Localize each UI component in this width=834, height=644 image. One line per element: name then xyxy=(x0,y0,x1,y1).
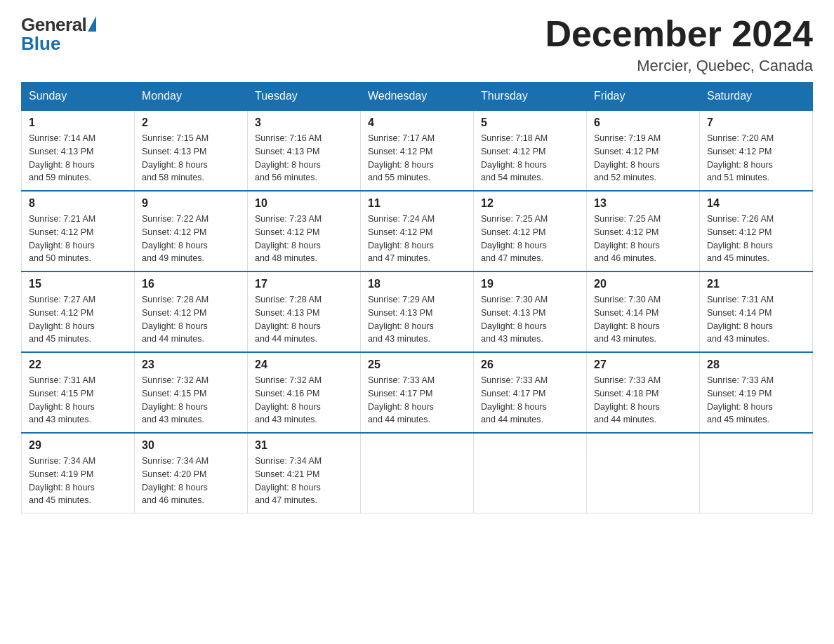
table-row: 19 Sunrise: 7:30 AM Sunset: 4:13 PM Dayl… xyxy=(474,271,587,352)
calendar-week-2: 8 Sunrise: 7:21 AM Sunset: 4:12 PM Dayli… xyxy=(22,191,813,271)
table-row: 1 Sunrise: 7:14 AM Sunset: 4:13 PM Dayli… xyxy=(22,110,135,191)
day-number: 19 xyxy=(481,278,579,290)
day-info: Sunrise: 7:25 AM Sunset: 4:12 PM Dayligh… xyxy=(481,213,579,265)
table-row: 23 Sunrise: 7:32 AM Sunset: 4:15 PM Dayl… xyxy=(135,352,248,433)
day-number: 1 xyxy=(29,116,127,129)
day-number: 2 xyxy=(142,116,240,129)
month-title: December 2024 xyxy=(545,14,813,54)
table-row: 28 Sunrise: 7:33 AM Sunset: 4:19 PM Dayl… xyxy=(700,352,813,433)
day-info: Sunrise: 7:30 AM Sunset: 4:14 PM Dayligh… xyxy=(594,293,692,346)
header-monday: Monday xyxy=(135,83,248,111)
day-info: Sunrise: 7:14 AM Sunset: 4:13 PM Dayligh… xyxy=(29,132,127,185)
table-row: 29 Sunrise: 7:34 AM Sunset: 4:19 PM Dayl… xyxy=(22,433,135,514)
header-wednesday: Wednesday xyxy=(361,83,474,111)
table-row: 2 Sunrise: 7:15 AM Sunset: 4:13 PM Dayli… xyxy=(135,110,248,191)
table-row: 30 Sunrise: 7:34 AM Sunset: 4:20 PM Dayl… xyxy=(135,433,248,514)
logo-triangle-icon xyxy=(88,16,96,32)
day-number: 17 xyxy=(255,278,353,290)
table-row: 18 Sunrise: 7:29 AM Sunset: 4:13 PM Dayl… xyxy=(361,271,474,352)
day-info: Sunrise: 7:25 AM Sunset: 4:12 PM Dayligh… xyxy=(594,213,692,265)
day-number: 4 xyxy=(368,116,466,129)
day-info: Sunrise: 7:30 AM Sunset: 4:13 PM Dayligh… xyxy=(481,293,579,346)
day-info: Sunrise: 7:19 AM Sunset: 4:12 PM Dayligh… xyxy=(594,132,692,185)
calendar-week-5: 29 Sunrise: 7:34 AM Sunset: 4:19 PM Dayl… xyxy=(22,433,813,514)
day-info: Sunrise: 7:34 AM Sunset: 4:21 PM Dayligh… xyxy=(255,455,353,507)
table-row: 17 Sunrise: 7:28 AM Sunset: 4:13 PM Dayl… xyxy=(248,271,361,352)
table-row xyxy=(361,433,474,514)
day-number: 18 xyxy=(368,278,466,290)
day-info: Sunrise: 7:22 AM Sunset: 4:12 PM Dayligh… xyxy=(142,213,240,265)
day-number: 31 xyxy=(255,439,353,452)
header-sunday: Sunday xyxy=(22,83,135,111)
day-info: Sunrise: 7:33 AM Sunset: 4:17 PM Dayligh… xyxy=(368,374,466,427)
day-info: Sunrise: 7:31 AM Sunset: 4:14 PM Dayligh… xyxy=(707,293,805,346)
location-title: Mercier, Quebec, Canada xyxy=(545,57,813,75)
day-info: Sunrise: 7:28 AM Sunset: 4:13 PM Dayligh… xyxy=(255,293,353,346)
table-row: 11 Sunrise: 7:24 AM Sunset: 4:12 PM Dayl… xyxy=(361,191,474,271)
title-section: December 2024 Mercier, Quebec, Canada xyxy=(545,14,813,75)
day-number: 29 xyxy=(29,439,127,452)
table-row: 24 Sunrise: 7:32 AM Sunset: 4:16 PM Dayl… xyxy=(248,352,361,433)
table-row: 5 Sunrise: 7:18 AM Sunset: 4:12 PM Dayli… xyxy=(474,110,587,191)
day-info: Sunrise: 7:33 AM Sunset: 4:17 PM Dayligh… xyxy=(481,374,579,427)
calendar-table: Sunday Monday Tuesday Wednesday Thursday… xyxy=(21,82,813,514)
day-number: 8 xyxy=(29,197,127,210)
day-number: 30 xyxy=(142,439,240,452)
header-thursday: Thursday xyxy=(474,83,587,111)
table-row: 6 Sunrise: 7:19 AM Sunset: 4:12 PM Dayli… xyxy=(587,110,700,191)
day-info: Sunrise: 7:33 AM Sunset: 4:19 PM Dayligh… xyxy=(707,374,805,427)
day-number: 20 xyxy=(594,278,692,290)
day-number: 7 xyxy=(707,116,805,129)
day-info: Sunrise: 7:24 AM Sunset: 4:12 PM Dayligh… xyxy=(368,213,466,265)
day-number: 14 xyxy=(707,197,805,210)
day-number: 16 xyxy=(142,278,240,290)
day-info: Sunrise: 7:31 AM Sunset: 4:15 PM Dayligh… xyxy=(29,374,127,427)
day-number: 9 xyxy=(142,197,240,210)
header-saturday: Saturday xyxy=(700,83,813,111)
table-row: 12 Sunrise: 7:25 AM Sunset: 4:12 PM Dayl… xyxy=(474,191,587,271)
day-info: Sunrise: 7:21 AM Sunset: 4:12 PM Dayligh… xyxy=(29,213,127,265)
day-number: 3 xyxy=(255,116,353,129)
day-info: Sunrise: 7:15 AM Sunset: 4:13 PM Dayligh… xyxy=(142,132,240,185)
table-row: 15 Sunrise: 7:27 AM Sunset: 4:12 PM Dayl… xyxy=(22,271,135,352)
calendar-week-1: 1 Sunrise: 7:14 AM Sunset: 4:13 PM Dayli… xyxy=(22,110,813,191)
table-row: 10 Sunrise: 7:23 AM Sunset: 4:12 PM Dayl… xyxy=(248,191,361,271)
table-row: 21 Sunrise: 7:31 AM Sunset: 4:14 PM Dayl… xyxy=(700,271,813,352)
table-row xyxy=(474,433,587,514)
day-number: 10 xyxy=(255,197,353,210)
table-row: 16 Sunrise: 7:28 AM Sunset: 4:12 PM Dayl… xyxy=(135,271,248,352)
day-number: 27 xyxy=(594,358,692,371)
day-number: 13 xyxy=(594,197,692,210)
table-row: 20 Sunrise: 7:30 AM Sunset: 4:14 PM Dayl… xyxy=(587,271,700,352)
day-info: Sunrise: 7:32 AM Sunset: 4:15 PM Dayligh… xyxy=(142,374,240,427)
day-info: Sunrise: 7:34 AM Sunset: 4:19 PM Dayligh… xyxy=(29,455,127,507)
day-number: 21 xyxy=(707,278,805,290)
table-row: 13 Sunrise: 7:25 AM Sunset: 4:12 PM Dayl… xyxy=(587,191,700,271)
table-row: 9 Sunrise: 7:22 AM Sunset: 4:12 PM Dayli… xyxy=(135,191,248,271)
day-info: Sunrise: 7:29 AM Sunset: 4:13 PM Dayligh… xyxy=(368,293,466,346)
table-row: 14 Sunrise: 7:26 AM Sunset: 4:12 PM Dayl… xyxy=(700,191,813,271)
day-number: 25 xyxy=(368,358,466,371)
logo: General Blue xyxy=(21,14,96,55)
table-row: 27 Sunrise: 7:33 AM Sunset: 4:18 PM Dayl… xyxy=(587,352,700,433)
day-number: 6 xyxy=(594,116,692,129)
day-info: Sunrise: 7:23 AM Sunset: 4:12 PM Dayligh… xyxy=(255,213,353,265)
table-row xyxy=(587,433,700,514)
header-tuesday: Tuesday xyxy=(248,83,361,111)
day-info: Sunrise: 7:17 AM Sunset: 4:12 PM Dayligh… xyxy=(368,132,466,185)
day-info: Sunrise: 7:27 AM Sunset: 4:12 PM Dayligh… xyxy=(29,293,127,346)
day-number: 24 xyxy=(255,358,353,371)
day-number: 5 xyxy=(481,116,579,129)
table-row: 7 Sunrise: 7:20 AM Sunset: 4:12 PM Dayli… xyxy=(700,110,813,191)
day-number: 15 xyxy=(29,278,127,290)
calendar-header-row: Sunday Monday Tuesday Wednesday Thursday… xyxy=(22,83,813,111)
day-info: Sunrise: 7:20 AM Sunset: 4:12 PM Dayligh… xyxy=(707,132,805,185)
table-row: 4 Sunrise: 7:17 AM Sunset: 4:12 PM Dayli… xyxy=(361,110,474,191)
day-number: 28 xyxy=(707,358,805,371)
header-friday: Friday xyxy=(587,83,700,111)
day-info: Sunrise: 7:26 AM Sunset: 4:12 PM Dayligh… xyxy=(707,213,805,265)
page-header: General Blue December 2024 Mercier, Queb… xyxy=(21,14,813,75)
table-row xyxy=(700,433,813,514)
table-row: 31 Sunrise: 7:34 AM Sunset: 4:21 PM Dayl… xyxy=(248,433,361,514)
logo-blue-text: Blue xyxy=(21,33,60,55)
